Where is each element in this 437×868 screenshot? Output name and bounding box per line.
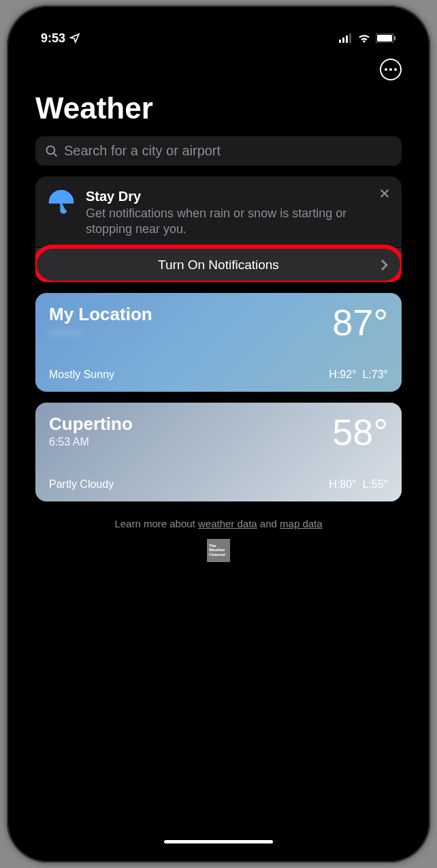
svg-rect-2 (346, 35, 348, 43)
search-bar[interactable] (35, 136, 402, 166)
promo-content: Stay Dry Get notifications when rain or … (35, 176, 402, 247)
promo-text: Stay Dry Get notifications when rain or … (86, 189, 389, 238)
close-button[interactable] (378, 187, 391, 202)
phone-frame: 9:53 (7, 5, 430, 863)
dot-icon (394, 68, 397, 71)
location-name: My Location (49, 304, 152, 325)
turn-on-notifications-button[interactable]: Turn On Notifications (35, 247, 402, 282)
dot-icon (389, 68, 392, 71)
location-condition: Partly Cloudy (49, 478, 114, 491)
status-right (339, 33, 396, 43)
location-hilo: H:92° L:73° (329, 369, 388, 381)
promo-heading: Stay Dry (86, 189, 389, 204)
page-title: Weather (19, 83, 418, 136)
weather-data-link[interactable]: weather data (198, 518, 257, 529)
svg-rect-3 (349, 33, 351, 43)
location-temp: 58° (332, 414, 388, 450)
phone-screen: 9:53 (19, 18, 418, 850)
home-indicator[interactable] (164, 840, 273, 843)
dot-icon (385, 68, 387, 71)
umbrella-icon (48, 189, 75, 238)
wifi-icon (357, 33, 371, 43)
svg-rect-5 (377, 35, 392, 42)
location-name: Cupertino (49, 414, 133, 435)
location-hilo: H:80° L:55° (329, 478, 388, 491)
notch (150, 18, 287, 40)
location-subtitle: ——— (49, 326, 152, 339)
close-icon (378, 187, 391, 200)
map-data-link[interactable]: map data (280, 518, 323, 529)
battery-icon (376, 33, 396, 43)
cellular-icon (339, 33, 353, 43)
location-time: 6:53 AM (49, 436, 133, 448)
location-arrow-icon (69, 33, 80, 44)
svg-rect-0 (339, 40, 341, 43)
location-condition: Mostly Sunny (49, 369, 114, 381)
promo-button-label: Turn On Notifications (158, 258, 279, 273)
svg-point-7 (47, 146, 55, 154)
weather-channel-badge[interactable]: TheWeatherChannel (207, 539, 230, 562)
promo-body: Get notifications when rain or snow is s… (86, 206, 389, 238)
svg-rect-1 (342, 37, 344, 43)
svg-rect-6 (394, 36, 395, 40)
top-controls (19, 53, 418, 83)
status-left: 9:53 (41, 31, 80, 46)
chevron-right-icon (380, 259, 388, 271)
location-card-my-location[interactable]: My Location ——— 87° Mostly Sunny H:92° L… (35, 293, 402, 392)
search-input[interactable] (64, 143, 392, 159)
location-card-cupertino[interactable]: Cupertino 6:53 AM 58° Partly Cloudy H:80… (35, 403, 402, 501)
svg-line-8 (54, 153, 57, 156)
status-time: 9:53 (41, 31, 65, 46)
footer-attribution: Learn more about weather data and map da… (19, 518, 418, 529)
search-icon (45, 144, 59, 158)
more-button[interactable] (380, 59, 402, 80)
stay-dry-card: Stay Dry Get notifications when rain or … (35, 176, 402, 282)
location-temp: 87° (332, 304, 388, 341)
